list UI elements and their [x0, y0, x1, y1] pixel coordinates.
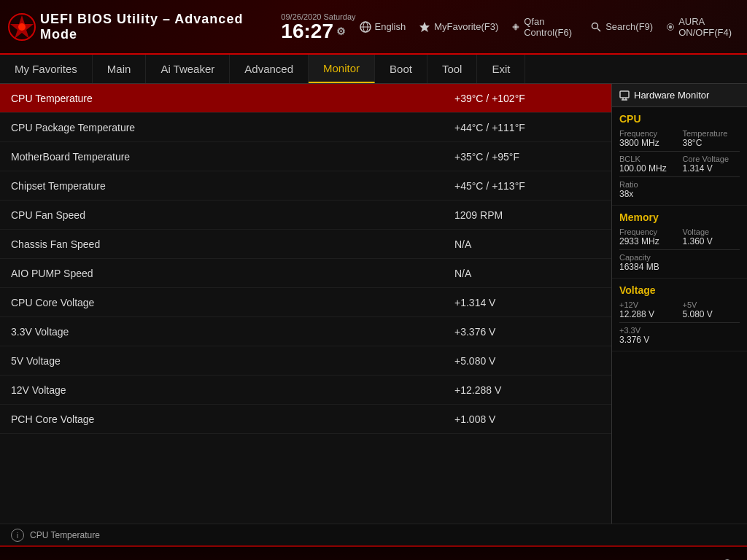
rog-logo-icon — [7, 12, 36, 42]
nav-item-main[interactable]: Main — [93, 55, 147, 83]
mem-cap-value: 16384 MB — [619, 262, 740, 272]
monitor-row[interactable]: CPU Core Voltage+1.314 V — [0, 288, 611, 317]
mem-volt-label: Voltage — [683, 228, 740, 236]
nav-item-boot[interactable]: Boot — [375, 55, 427, 83]
monitor-row-value: +44°C / +111°F — [454, 122, 600, 133]
monitor-row[interactable]: Chassis Fan SpeedN/A — [0, 230, 611, 259]
header-logo — [7, 12, 36, 42]
monitor-row-label: Chassis Fan Speed — [11, 238, 454, 250]
svg-line-9 — [597, 28, 600, 31]
language-button[interactable]: English — [360, 21, 406, 33]
cpu-bclk-value: 100.00 MHz — [619, 163, 677, 174]
cpu-freq-value: 3800 MHz — [619, 138, 677, 148]
qfan-button[interactable]: Qfan Control(F6) — [511, 16, 577, 38]
svg-point-10 — [669, 25, 672, 28]
monitor-row-value: 1209 RPM — [454, 209, 600, 221]
monitor-icon — [619, 90, 630, 101]
nav-item-monitor[interactable]: Monitor — [309, 55, 375, 83]
monitor-row-label: CPU Core Voltage — [11, 297, 454, 308]
v5-label: +5V — [683, 300, 740, 309]
v12-value: 12.288 V — [619, 309, 677, 319]
main-content: CPU Temperature+39°C / +102°FCPU Package… — [0, 84, 747, 524]
myfavorite-label: MyFavorite(F3) — [434, 21, 498, 32]
aura-button[interactable]: AURA ON/OFF(F4) — [666, 16, 740, 38]
nav-item-exit[interactable]: Exit — [477, 55, 525, 83]
monitor-table: CPU Temperature+39°C / +102°FCPU Package… — [0, 84, 611, 434]
v12-label: +12V — [619, 300, 677, 309]
monitor-row-label: Chipset Temperature — [11, 180, 454, 192]
monitor-row[interactable]: CPU Temperature+39°C / +102°F — [0, 84, 611, 113]
navbar: My Favorites Main Ai Tweaker Advanced Mo… — [0, 55, 747, 84]
mem-freq-value: 2933 MHz — [619, 236, 677, 246]
monitor-row[interactable]: PCH Core Voltage+1.008 V — [0, 405, 611, 434]
datetime: 09/26/2020 Saturday 16:27 ⚙ — [281, 12, 355, 42]
v33-value: 3.376 V — [619, 335, 740, 345]
monitor-row-value: N/A — [454, 238, 600, 250]
svg-marker-6 — [419, 22, 430, 32]
bios-title: UEFI BIOS Utility – Advanced Mode — [40, 12, 259, 42]
cpu-temp-label: Temperature — [683, 129, 740, 138]
cpu-bclk-label: BCLK — [619, 155, 677, 163]
svg-rect-12 — [620, 91, 629, 98]
nav-item-advanced[interactable]: Advanced — [230, 55, 309, 83]
header-actions: English MyFavorite(F3) Qfan Control(F6) … — [360, 16, 740, 38]
monitor-row[interactable]: Chipset Temperature+45°C / +113°F — [0, 171, 611, 201]
monitor-row[interactable]: 12V Voltage+12.288 V — [0, 376, 611, 405]
nav-item-aitweaker[interactable]: Ai Tweaker — [146, 55, 230, 83]
settings-icon[interactable]: ⚙ — [336, 26, 346, 36]
info-bar: i CPU Temperature — [0, 524, 747, 545]
cpu-freq-label: Frequency — [619, 129, 677, 138]
fan-icon — [511, 21, 520, 33]
language-label: English — [375, 21, 406, 32]
cpu-corevolt-label: Core Voltage — [683, 155, 740, 163]
info-icon: i — [11, 529, 24, 542]
monitor-row-value: +1.008 V — [454, 413, 600, 425]
monitor-row-value: +39°C / +102°F — [454, 93, 600, 104]
monitor-row-label: 5V Voltage — [11, 355, 454, 367]
monitor-row-label: 12V Voltage — [11, 384, 454, 396]
search-label: Search(F9) — [605, 21, 653, 32]
search-button[interactable]: Search(F9) — [590, 21, 653, 33]
monitor-row[interactable]: 5V Voltage+5.080 V — [0, 346, 611, 376]
monitor-row-label: 3.3V Voltage — [11, 326, 454, 338]
monitor-row-value: N/A — [454, 268, 600, 279]
hw-voltage-title: Voltage — [619, 284, 740, 296]
mem-cap-label: Capacity — [619, 253, 740, 262]
monitor-row[interactable]: CPU Fan Speed1209 RPM — [0, 201, 611, 230]
hw-cpu-section: CPU Frequency 3800 MHz Temperature 38°C … — [612, 107, 747, 206]
monitor-row-value: +12.288 V — [454, 384, 600, 396]
hw-memory-title: Memory — [619, 211, 740, 223]
monitor-row[interactable]: CPU Package Temperature+44°C / +111°F — [0, 113, 611, 142]
monitor-row[interactable]: AIO PUMP SpeedN/A — [0, 259, 611, 288]
myfavorite-button[interactable]: MyFavorite(F3) — [419, 21, 498, 33]
hw-memory-section: Memory Frequency 2933 MHz Voltage 1.360 … — [612, 206, 747, 279]
monitor-row-value: +5.080 V — [454, 355, 600, 367]
monitor-row-label: AIO PUMP Speed — [11, 268, 454, 279]
monitor-row[interactable]: 3.3V Voltage+3.376 V — [0, 317, 611, 346]
monitor-row[interactable]: MotherBoard Temperature+35°C / +95°F — [0, 142, 611, 171]
monitor-row-label: CPU Temperature — [11, 93, 454, 104]
monitor-panel: CPU Temperature+39°C / +102°FCPU Package… — [0, 84, 612, 524]
monitor-row-value: +45°C / +113°F — [454, 180, 600, 192]
monitor-row-value: +35°C / +95°F — [454, 151, 600, 163]
svg-point-2 — [18, 23, 26, 31]
star-icon — [419, 21, 430, 33]
monitor-row-value: +1.314 V — [454, 297, 600, 308]
cpu-ratio-label: Ratio — [619, 180, 740, 189]
nav-item-tool[interactable]: Tool — [427, 55, 478, 83]
hw-monitor-title: Hardware Monitor — [612, 84, 747, 107]
header: UEFI BIOS Utility – Advanced Mode 09/26/… — [0, 0, 747, 55]
cpu-temp-value: 38°C — [683, 138, 740, 148]
monitor-row-label: CPU Fan Speed — [11, 209, 454, 221]
nav-item-favorites[interactable]: My Favorites — [0, 55, 93, 83]
mem-volt-value: 1.360 V — [683, 236, 740, 246]
cpu-ratio-value: 38x — [619, 189, 740, 199]
monitor-row-value: +3.376 V — [454, 326, 600, 338]
monitor-row-label: CPU Package Temperature — [11, 122, 454, 133]
hw-cpu-title: CPU — [619, 113, 740, 125]
v5-value: 5.080 V — [683, 309, 740, 319]
qfan-label: Qfan Control(F6) — [524, 16, 577, 38]
mem-freq-label: Frequency — [619, 228, 677, 236]
aura-label: AURA ON/OFF(F4) — [678, 16, 740, 38]
aura-icon — [666, 21, 675, 33]
